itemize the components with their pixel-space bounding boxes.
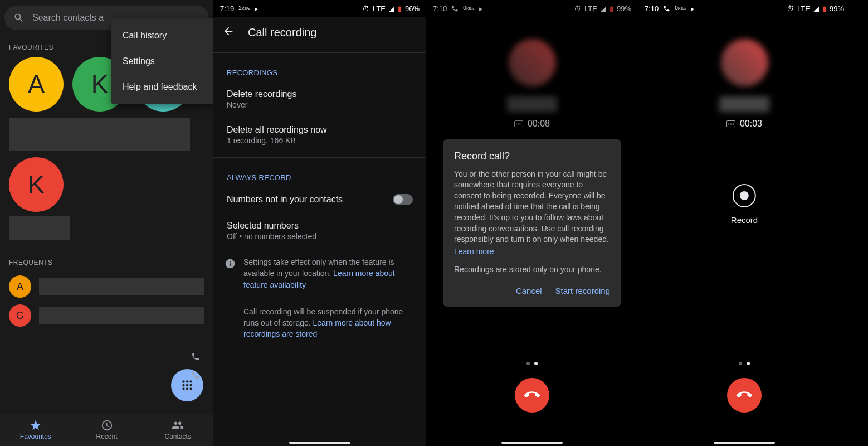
setting-title: Delete all recordings now [227, 125, 413, 135]
info-icon [225, 256, 236, 290]
menu-call-history[interactable]: Call history [111, 23, 213, 49]
svg-point-0 [182, 380, 184, 382]
always-record-section-label: ALWAYS RECORD [213, 162, 426, 186]
svg-point-1 [186, 380, 188, 382]
recordings-section-label: RECORDINGS [213, 57, 426, 81]
selected-numbers-row[interactable]: Selected numbers Off • no numbers select… [213, 213, 426, 249]
toggle-switch[interactable] [393, 194, 413, 205]
call-screen-record: 7:10 0KB/s ▸ ⏱ LTE ◢ ▮ 99% HD 00:03 Reco… [638, 0, 851, 446]
frequent-contact[interactable]: G [0, 301, 213, 330]
contact-name-placeholder [39, 278, 204, 295]
record-dot-icon [740, 191, 749, 200]
info-availability: Settings take effect only when the featu… [213, 249, 426, 298]
battery-icon: ▮ [398, 4, 402, 13]
favourite-contact[interactable]: K [0, 157, 213, 212]
svg-point-4 [186, 384, 188, 386]
tab-contacts[interactable]: Contacts [142, 414, 213, 446]
call-duration: HD 00:03 [726, 119, 762, 129]
page-indicator [739, 362, 750, 365]
svg-point-5 [189, 384, 192, 386]
search-placeholder: Search contacts a [32, 13, 104, 23]
data-speed-icon: 0KB/s [675, 6, 686, 11]
end-call-button[interactable] [727, 378, 762, 413]
start-recording-button[interactable]: Start recording [555, 286, 610, 295]
svg-point-7 [186, 387, 188, 390]
contact-name-placeholder [9, 216, 70, 240]
setting-title: Delete recordings [227, 89, 413, 99]
dialog-title: Record call? [454, 151, 610, 162]
alarm-icon: ⏱ [787, 4, 794, 13]
delete-recordings-row[interactable]: Delete recordings Never [213, 81, 426, 117]
caller-name-placeholder [719, 96, 769, 112]
phone-icon [191, 371, 200, 382]
status-bar: 7:19 2KB/s ▸ ⏱ LTE ◢ ▮ 96% [213, 0, 426, 17]
battery-percent: 99% [830, 4, 844, 13]
frequents-header: FREQUENTS [0, 249, 213, 272]
avatar: K [9, 157, 64, 212]
record-label: Record [731, 215, 758, 225]
svg-point-3 [182, 384, 184, 386]
info-storage: Call recording will be suspended if your… [213, 298, 426, 348]
hd-icon: HD [726, 120, 735, 127]
page-indicator [526, 362, 538, 365]
caller-avatar [721, 39, 768, 86]
call-info: HD 00:03 [638, 17, 851, 129]
contact-name-placeholder [9, 118, 190, 151]
delete-all-recordings-row[interactable]: Delete all recordings now 1 recording, 1… [213, 117, 426, 153]
data-speed-icon: 2KB/s [238, 6, 250, 11]
home-indicator[interactable] [501, 442, 563, 444]
contact-name-placeholder [39, 307, 204, 324]
search-icon [13, 12, 25, 23]
home-indicator[interactable] [714, 442, 775, 444]
record-call-dialog: Record call? You or the other person in … [443, 139, 621, 307]
battery-icon: ▮ [822, 4, 826, 13]
tab-label: Favourites [20, 433, 51, 440]
setting-title: Selected numbers [227, 221, 413, 231]
frequent-contact[interactable]: A [0, 272, 213, 301]
bottom-nav: Favourites Recent Contacts [0, 414, 213, 446]
favourite-contact[interactable]: A [9, 57, 64, 112]
numbers-not-in-contacts-row[interactable]: Numbers not in your contacts [213, 186, 426, 213]
signal-icon: ◢ [389, 4, 394, 13]
phone-app-screen: Search contacts a Call history Settings … [0, 0, 213, 446]
menu-settings[interactable]: Settings [111, 49, 213, 74]
learn-more-link[interactable]: Learn more [454, 246, 494, 258]
tab-recent[interactable]: Recent [71, 414, 143, 446]
menu-help-feedback[interactable]: Help and feedback [111, 74, 213, 100]
cancel-button[interactable]: Cancel [516, 286, 542, 295]
lte-label: LTE [797, 4, 810, 13]
page-title: Call recording [248, 26, 316, 39]
dialog-note: Recordings are stored only on your phone… [454, 265, 610, 274]
call-recording-settings: 7:19 2KB/s ▸ ⏱ LTE ◢ ▮ 96% Call recordin… [213, 0, 426, 446]
end-call-button[interactable] [515, 378, 549, 413]
setting-subtitle: 1 recording, 166 KB [227, 136, 413, 145]
phone-icon [663, 5, 670, 12]
status-bar: 7:10 0KB/s ▸ ⏱ LTE ◢ ▮ 99% [638, 0, 851, 17]
settings-header: Call recording [213, 17, 426, 48]
battery-percent: 96% [405, 4, 420, 13]
status-time: 7:19 [220, 4, 234, 13]
call-screen-with-dialog: 7:10 0KB/s ▸ ⏱ LTE ◢ ▮ 99% HD 00:08 Reco… [426, 0, 638, 446]
tab-label: Recent [96, 433, 117, 440]
record-control: Record [731, 184, 758, 225]
phone-icon [191, 352, 200, 363]
svg-point-6 [182, 387, 184, 390]
avatar: A [9, 57, 64, 112]
tab-label: Contacts [165, 433, 191, 440]
home-indicator[interactable] [289, 442, 350, 444]
signal-icon: ◢ [813, 4, 819, 13]
tab-favourites[interactable]: Favourites [0, 414, 71, 446]
svg-point-8 [189, 387, 192, 390]
back-icon[interactable] [222, 25, 235, 40]
status-time: 7:10 [645, 4, 659, 13]
record-button[interactable] [733, 184, 756, 207]
play-icon: ▸ [691, 4, 695, 13]
setting-title: Numbers not in your contacts [227, 195, 343, 205]
lte-label: LTE [373, 4, 386, 13]
overflow-menu: Call history Settings Help and feedback [111, 18, 213, 104]
avatar: G [9, 304, 31, 327]
play-icon: ▸ [255, 4, 259, 13]
setting-subtitle: Off • no numbers selected [227, 232, 413, 241]
setting-subtitle: Never [227, 100, 413, 109]
alarm-icon: ⏱ [362, 4, 369, 13]
